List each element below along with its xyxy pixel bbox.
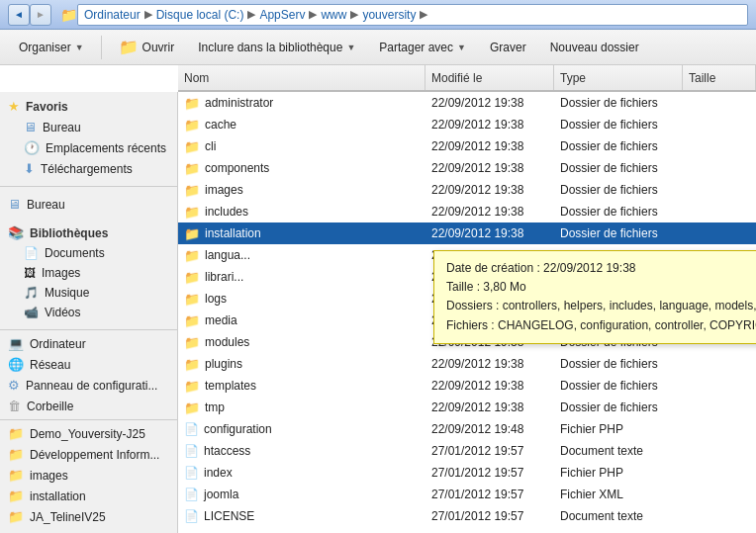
sidebar-item-telechargements[interactable]: ⬇ Téléchargements xyxy=(0,158,177,179)
cell-date: 22/09/2012 19:48 xyxy=(425,422,554,436)
addr-seg-youversity[interactable]: youversity xyxy=(362,8,416,22)
sidebar-label-dl: Téléchargements xyxy=(41,162,133,176)
folder-icon: 📁 xyxy=(184,270,200,285)
cell-type: Dossier de fichiers xyxy=(554,183,683,197)
table-row[interactable]: 📁 includes 22/09/2012 19:38 Dossier de f… xyxy=(178,201,756,222)
cell-type: Dossier de fichiers xyxy=(554,96,683,110)
sidebar-item-installation[interactable]: 📁 installation xyxy=(0,486,177,506)
sidebar-item-bureau[interactable]: 🖥 Bureau xyxy=(0,117,177,137)
sidebar-label-videos: Vidéos xyxy=(45,306,80,319)
sidebar-label-bureau-main: Bureau xyxy=(27,198,65,212)
sidebar-item-images[interactable]: 🖼 Images xyxy=(0,263,177,283)
sidebar-label-dev: Développement Inform... xyxy=(30,448,159,462)
folder-icon-dev: 📁 xyxy=(8,447,24,462)
libraries-group-label: Bibliothèques xyxy=(30,226,108,240)
sidebar-item-recents[interactable]: 🕐 Emplacements récents xyxy=(0,137,177,158)
content-area: 📁 administrator 22/09/2012 19:38 Dossier… xyxy=(178,92,756,533)
tooltip-folders: Dossiers : controllers, helpers, include… xyxy=(446,297,756,315)
sidebar-label-images: Images xyxy=(42,266,80,280)
sidebar-item-demo[interactable]: 📁 Demo_Youversity-J25 xyxy=(0,423,177,444)
sidebar-item-documents[interactable]: 📄 Documents xyxy=(0,243,177,263)
cell-type: Dossier de fichiers xyxy=(554,379,683,393)
sidebar-item-bureau-main[interactable]: 🖥 Bureau xyxy=(0,194,177,215)
sidebar-divider-1 xyxy=(0,186,177,187)
network-icon: 🌐 xyxy=(8,357,24,372)
table-row[interactable]: 📁 components 22/09/2012 19:38 Dossier de… xyxy=(178,157,756,179)
address-path[interactable]: Ordinateur ▶ Disque local (C:) ▶ AppServ… xyxy=(77,4,748,26)
cell-date: 22/09/2012 19:38 xyxy=(425,118,554,132)
organizer-button[interactable]: Organiser ▼ xyxy=(8,34,95,61)
include-button[interactable]: Inclure dans la bibliothèque ▼ xyxy=(187,34,366,61)
burn-button[interactable]: Graver xyxy=(479,34,537,61)
addr-seg-appserv[interactable]: AppServ xyxy=(259,8,305,22)
sidebar-item-dev[interactable]: 📁 Développement Inform... xyxy=(0,444,177,465)
folder-icon: 📁 xyxy=(184,161,200,176)
cell-type: Dossier de fichiers xyxy=(554,205,683,219)
open-button[interactable]: 📁 Ouvrir xyxy=(108,34,186,61)
sidebar-label-ordinateur: Ordinateur xyxy=(30,337,86,351)
table-row[interactable]: 📄 configuration 22/09/2012 19:48 Fichier… xyxy=(178,418,756,440)
php-icon: 📄 xyxy=(184,422,199,436)
sidebar-label-ja: JA_TelineIV25 xyxy=(30,510,106,524)
sidebar-item-images2[interactable]: 📁 images xyxy=(0,465,177,486)
addr-seg-ordinateur[interactable]: Ordinateur xyxy=(84,8,141,22)
table-row[interactable]: 📁 plugins 22/09/2012 19:38 Dossier de fi… xyxy=(178,353,756,375)
col-header-size[interactable]: Taille xyxy=(683,65,756,90)
cell-name: 📁 logs xyxy=(178,292,425,307)
col-header-modified[interactable]: Modifié le xyxy=(425,65,554,90)
sidebar-item-ordinateur[interactable]: 💻 Ordinateur xyxy=(0,333,177,354)
folder-icon-images2: 📁 xyxy=(8,468,24,483)
sidebar-libraries-label: 📚 Bibliothèques xyxy=(0,222,177,243)
new-folder-button[interactable]: Nouveau dossier xyxy=(539,34,650,61)
addr-seg-disque[interactable]: Disque local (C:) xyxy=(156,8,244,22)
table-row[interactable]: 📄 htaccess 27/01/2012 19:57 Document tex… xyxy=(178,440,756,462)
folder-icon: 📁 xyxy=(184,96,200,111)
forward-button[interactable]: ► xyxy=(30,4,51,26)
table-row[interactable]: 📁 installation 22/09/2012 19:38 Dossier … xyxy=(178,222,756,244)
folder-icon: 📁 xyxy=(184,118,200,133)
folder-icon: 📁 xyxy=(184,292,200,307)
folder-icon: 📁 xyxy=(184,379,200,394)
table-row[interactable]: 📁 tmp 22/09/2012 19:38 Dossier de fichie… xyxy=(178,397,756,418)
sidebar-divider-3 xyxy=(0,419,177,420)
sidebar-label-corbeille: Corbeille xyxy=(27,400,73,413)
cell-name: 📁 tmp xyxy=(178,400,425,415)
cell-name: 📄 LICENSE xyxy=(178,509,425,523)
table-row[interactable]: 📁 administrator 22/09/2012 19:38 Dossier… xyxy=(178,92,756,114)
back-button[interactable]: ◄ xyxy=(8,4,30,26)
table-row[interactable]: 📁 templates 22/09/2012 19:38 Dossier de … xyxy=(178,375,756,397)
share-button[interactable]: Partager avec ▼ xyxy=(368,34,477,61)
table-row[interactable]: 📁 cli 22/09/2012 19:38 Dossier de fichie… xyxy=(178,135,756,157)
table-row[interactable]: 📁 images 22/09/2012 19:38 Dossier de fic… xyxy=(178,179,756,201)
sidebar-label-recents: Emplacements récents xyxy=(46,141,166,155)
addr-seg-www[interactable]: www xyxy=(321,8,346,22)
control-icon: ⚙ xyxy=(8,378,20,393)
sidebar-label-documents: Documents xyxy=(45,246,105,260)
folder-icon: 📁 xyxy=(119,38,139,56)
cell-date: 22/09/2012 19:38 xyxy=(425,400,554,414)
table-row[interactable]: 📄 LICENSE 27/01/2012 19:57 Document text… xyxy=(178,505,756,527)
folder-icon: 📁 xyxy=(184,139,200,154)
table-row[interactable]: 📁 cache 22/09/2012 19:38 Dossier de fich… xyxy=(178,114,756,135)
sidebar-item-videos[interactable]: 📹 Vidéos xyxy=(0,303,177,322)
sidebar-item-ja[interactable]: 📁 JA_TelineIV25 xyxy=(0,506,177,527)
video-icon: 📹 xyxy=(24,306,39,319)
sidebar-item-musique[interactable]: 🎵 Musique xyxy=(0,283,177,303)
sidebar-item-corbeille[interactable]: 🗑 Corbeille xyxy=(0,396,177,416)
desktop-icon-2: 🖥 xyxy=(8,197,21,212)
cell-name: 📁 modules xyxy=(178,335,425,350)
tooltip-date: Date de création : 22/09/2012 19:38 xyxy=(446,259,756,278)
col-header-name[interactable]: Nom xyxy=(178,65,425,90)
cell-name: 📁 images xyxy=(178,183,425,198)
cell-type: Fichier PHP xyxy=(554,422,683,436)
table-row[interactable]: 📄 index 27/01/2012 19:57 Fichier PHP xyxy=(178,462,756,484)
folder-icon-ja: 📁 xyxy=(8,509,24,524)
file-list[interactable]: 📁 administrator 22/09/2012 19:38 Dossier… xyxy=(178,92,756,533)
star-icon: ★ xyxy=(8,99,20,114)
folder-icon: 📁 xyxy=(184,226,200,241)
sidebar-item-reseau[interactable]: 🌐 Réseau xyxy=(0,354,177,375)
col-header-type[interactable]: Type xyxy=(554,65,683,90)
cell-date: 27/01/2012 19:57 xyxy=(425,509,554,523)
table-row[interactable]: 📄 joomla 27/01/2012 19:57 Fichier XML xyxy=(178,484,756,505)
sidebar-item-panneau[interactable]: ⚙ Panneau de configurati... xyxy=(0,375,177,396)
